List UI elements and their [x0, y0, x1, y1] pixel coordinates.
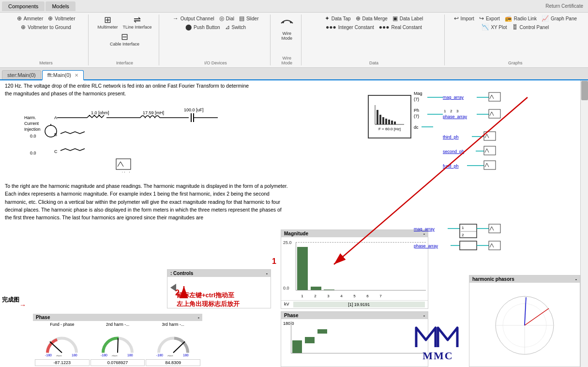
phase-bar-1[interactable]	[292, 340, 302, 353]
bar-3[interactable]	[324, 290, 334, 290]
data-merge-button[interactable]: ⊕ Data Merge	[354, 15, 390, 22]
import-button[interactable]: ↩ Import	[452, 15, 476, 22]
wire-mode-group: Wire Mode Wire Mode	[272, 15, 302, 65]
output-channel-icon: →	[173, 15, 179, 22]
tab-bar: ster:Main(0) fft:Main(0) ✕	[0, 68, 588, 80]
bar-1[interactable]	[297, 247, 308, 290]
tab-fft-main[interactable]: fft:Main(0) ✕	[42, 70, 84, 80]
export-button[interactable]: ↪ Export	[477, 15, 502, 22]
svg-text:180: 180	[127, 353, 133, 357]
magnitude-section: Magnitude - 25.0 0.0	[281, 229, 428, 309]
data-tap-button[interactable]: ✦ Data Tap	[323, 15, 353, 22]
x-label-6: 6	[361, 294, 374, 298]
toolbar: Components Models Return Certificate ⊕ A…	[0, 0, 588, 68]
svg-text:180: 180	[183, 353, 189, 357]
svg-rect-41	[388, 120, 390, 124]
phasor-diagram	[469, 283, 580, 365]
multimeter-button[interactable]: ⊞ Multimeter	[95, 15, 120, 31]
circuit-svg: Harm. Current Injection A 1.0 [ohm] 17.5…	[24, 105, 324, 172]
output-channel-button[interactable]: → Output Channel	[171, 15, 216, 22]
tline-label: TLine Interface	[123, 25, 152, 30]
graph-pane-icon: 📈	[542, 15, 549, 22]
magnitude-footer: kV [1] 19.9191	[281, 300, 428, 308]
push-button-icon: ⬤	[185, 24, 192, 31]
vertical-scrollbar[interactable]	[580, 80, 588, 367]
integer-constant-icon: ●●●	[326, 24, 336, 31]
svg-text:third_ph: third_ph	[443, 135, 459, 139]
tab-models[interactable]: Models	[45, 1, 75, 11]
harmonic-phasors-panel: harmonic phasors -	[469, 275, 580, 367]
data-label-button[interactable]: ▣ Data Label	[391, 15, 425, 22]
svg-line-23	[50, 342, 62, 353]
phase-close[interactable]: -	[198, 315, 199, 320]
push-button-button[interactable]: ⬤ Push Button	[183, 23, 222, 31]
svg-text:0.0: 0.0	[30, 134, 36, 138]
svg-text:mag_array: mag_array	[443, 95, 464, 100]
control-panel-button[interactable]: 🎛 Control Panel	[510, 23, 551, 31]
svg-point-0	[282, 21, 284, 23]
svg-text:Ph: Ph	[414, 108, 419, 113]
gauge-1: -180 180 deg	[43, 330, 81, 356]
interface-group-label: Interface	[116, 60, 133, 65]
wire-mode-button[interactable]: Wire Mode	[276, 15, 297, 42]
voltmeter-ground-button[interactable]: ⊕ Voltmeter to Ground	[19, 23, 73, 31]
tab-ster-main[interactable]: ster:Main(0)	[2, 70, 41, 79]
graphs-group: ↩ Import ↪ Export 📻 Radio Link 📈 Graph P…	[447, 15, 584, 65]
phase-chart-bars	[291, 321, 426, 353]
svg-text:1: 1	[462, 226, 464, 230]
phase-chart-close[interactable]: -	[423, 313, 425, 318]
xy-plot-button[interactable]: 📉 XY Plot	[480, 23, 509, 31]
gauge-1-svg: -180 180 deg	[43, 330, 81, 356]
tline-button[interactable]: ⇌ TLine Interface	[121, 15, 154, 31]
integer-constant-button[interactable]: ●●● Integer Constant	[324, 23, 376, 31]
gauge-2-svg: -180 180 deg	[98, 330, 137, 356]
svg-text:B: B	[54, 132, 57, 137]
ammeter-button[interactable]: ⊕ Ammeter	[15, 15, 45, 22]
data-label-icon: ▣	[392, 15, 398, 22]
svg-rect-81	[460, 241, 477, 250]
slider-label: Slider	[246, 16, 259, 21]
svg-text:0.0: 0.0	[30, 151, 36, 155]
real-constant-button[interactable]: ●●● Real Constant	[377, 23, 424, 31]
bar-2[interactable]	[311, 287, 321, 290]
switch-button[interactable]: ⊿ Switch	[223, 23, 248, 31]
ammeter-icon: ⊕	[17, 15, 22, 22]
mmc-text: MMC	[422, 350, 453, 362]
return-certificate-button[interactable]: Return Certificate	[543, 2, 586, 10]
phase-gauges: -180 180 deg -180 180 deg	[33, 328, 202, 358]
mmc-logo-svg	[414, 321, 462, 350]
wancheng-arrow: →	[19, 301, 26, 309]
phase-header: Phase -	[33, 314, 202, 321]
harmonic-phasors-close[interactable]: -	[575, 276, 577, 282]
fft-visual: F F T	[373, 103, 407, 127]
phase-col-3: 3rd harm -...	[146, 322, 200, 327]
controls-close[interactable]: -	[266, 271, 268, 276]
graph-pane-button[interactable]: 📈 Graph Pane	[540, 15, 579, 22]
tab-close-icon[interactable]: ✕	[75, 73, 78, 78]
phase-bar-2[interactable]	[305, 337, 315, 343]
real-constant-icon: ●●●	[379, 24, 390, 31]
phase-val-3: 84.8309	[146, 359, 200, 366]
meters-items: ⊕ Ammeter ⊕ Voltmeter ⊕ Voltmeter to Gro…	[8, 15, 84, 31]
data-label-label: Data Label	[400, 16, 423, 21]
export-icon: ↪	[479, 15, 484, 22]
dial-button[interactable]: ◎ Dial	[217, 15, 236, 22]
magnitude-title: Magnitude	[284, 231, 308, 236]
canvas-area[interactable]: 120 Hz. The voltage drop of the entire R…	[0, 80, 588, 367]
cable-button[interactable]: ⊟ Cable Interface	[108, 31, 141, 47]
fft-freq: F = 60.0 [Hz]	[378, 127, 401, 131]
svg-line-31	[173, 342, 185, 353]
harmonic-phasors-title: harmonic phasors	[472, 276, 514, 282]
phase-title: Phase	[36, 315, 50, 320]
slider-button[interactable]: ▤ Slider	[237, 15, 261, 22]
phase-values: -87.1223 0.0768927 84.8309	[33, 358, 202, 367]
scrollbar-thumb[interactable]	[581, 81, 588, 100]
gauge-2: -180 180 deg	[98, 330, 137, 356]
tab-components[interactable]: Components	[2, 1, 45, 11]
phase-bar-3[interactable]	[317, 329, 327, 334]
radio-link-button[interactable]: 📻 Radio Link	[503, 15, 539, 22]
svg-text:fund_ph: fund_ph	[443, 164, 459, 168]
x-label-4: 4	[335, 294, 348, 298]
phase-col-1: Fund - phase	[35, 322, 90, 327]
voltmeter-button[interactable]: ⊕ Voltmeter	[46, 15, 77, 22]
